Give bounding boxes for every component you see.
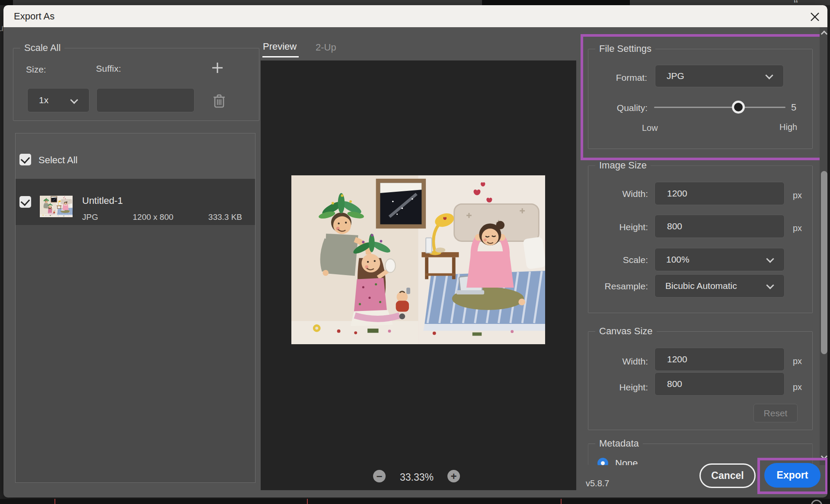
resample-dropdown[interactable]: Bicubic Automatic — [654, 274, 785, 298]
image-width-label: Width: — [591, 189, 648, 199]
image-scale-label: Scale: — [591, 255, 648, 265]
canvas-height-input[interactable] — [654, 372, 785, 396]
file-item-checkbox[interactable] — [19, 196, 31, 208]
scrollbar[interactable] — [820, 27, 827, 465]
select-all-label: Select All — [38, 155, 78, 166]
size-dropdown[interactable]: 1x — [27, 88, 89, 112]
file-item-name: Untitled-1 — [82, 195, 123, 206]
background-bottom-strip — [0, 499, 830, 504]
cancel-button-label: Cancel — [711, 470, 744, 482]
file-list-item[interactable]: Untitled-1 JPG 1200 x 800 333.3 KB — [16, 179, 255, 225]
canvas-width-label: Width: — [591, 356, 648, 367]
scale-all-legend: Scale All — [20, 42, 64, 54]
ruler-guide-tick — [54, 499, 55, 504]
metadata-none-radio[interactable] — [597, 458, 608, 465]
dialog-title: Export As — [14, 5, 54, 27]
select-all-checkbox[interactable] — [19, 154, 31, 165]
screen: “ u Export As Scale All Size: Suffix: 1x — [0, 0, 830, 504]
tab-2up[interactable]: 2-Up — [316, 42, 336, 53]
background-app-strip-dark — [482, 0, 630, 5]
file-settings-highlight — [581, 34, 824, 160]
canvas-height-unit: px — [793, 382, 802, 392]
preview-pane: − 33.33% + — [261, 60, 576, 490]
background-text-fragment: u — [0, 22, 3, 34]
close-icon[interactable] — [807, 9, 823, 25]
file-item-filesize: 333.3 KB — [177, 212, 242, 222]
export-as-dialog: Export As Scale All Size: Suffix: 1x — [3, 5, 827, 498]
metadata-none-label: None — [615, 458, 638, 465]
cancel-button[interactable]: Cancel — [699, 463, 756, 488]
image-height-label: Height: — [591, 222, 648, 232]
suffix-input[interactable] — [96, 88, 195, 112]
image-width-unit: px — [793, 190, 802, 200]
resample-value: Bicubic Automatic — [655, 281, 737, 291]
export-button-highlight — [757, 458, 827, 494]
minus-icon: − — [376, 470, 382, 482]
metadata-legend: Metadata — [595, 438, 643, 449]
canvas-width-unit: px — [793, 356, 802, 366]
chevron-down-icon — [70, 96, 78, 104]
select-all-row[interactable]: Select All — [16, 133, 255, 179]
add-scale-plus-icon[interactable] — [211, 61, 224, 74]
background-clock-icon — [811, 500, 822, 504]
chevron-down-icon — [766, 281, 774, 289]
plus-icon: + — [450, 470, 456, 482]
image-height-unit: px — [793, 223, 802, 233]
canvas-size-legend: Canvas Size — [595, 326, 657, 337]
resample-label: Resample: — [591, 281, 648, 292]
image-size-legend: Image Size — [595, 160, 651, 171]
background-app-strip — [0, 0, 830, 5]
dialog-titlebar: Export As — [3, 5, 827, 27]
zoom-out-button[interactable]: − — [373, 470, 386, 482]
canvas-width-input[interactable] — [654, 348, 785, 371]
image-width-input[interactable] — [654, 182, 785, 205]
size-label: Size: — [26, 64, 46, 75]
zoom-level: 33.33% — [390, 472, 443, 483]
file-list-panel: Select All Untitled-1 JPG 1200 x 800 333… — [15, 133, 255, 483]
size-dropdown-value: 1x — [28, 95, 48, 105]
scrollbar-thumb[interactable] — [821, 171, 827, 354]
tab-preview-underline — [262, 56, 299, 57]
ruler-guide-tick — [307, 499, 308, 504]
preview-image — [291, 175, 545, 344]
reset-button-label: Reset — [764, 408, 788, 418]
canvas-height-label: Height: — [591, 382, 648, 393]
metadata-clip: None — [594, 457, 689, 465]
file-item-dimensions: 1200 x 800 — [133, 212, 173, 222]
file-item-format: JPG — [82, 212, 98, 222]
file-item-thumbnail — [39, 195, 73, 218]
ruler-guide-tick — [561, 499, 562, 504]
suffix-label: Suffix: — [96, 63, 121, 74]
image-scale-value: 100% — [655, 254, 690, 265]
trash-icon[interactable] — [213, 93, 226, 108]
background-app-strip-dark-left — [0, 0, 13, 5]
version-text: v5.8.7 — [586, 479, 609, 488]
reset-button[interactable]: Reset — [753, 404, 798, 422]
image-height-input[interactable] — [654, 215, 785, 238]
zoom-in-button[interactable]: + — [447, 470, 460, 482]
image-scale-dropdown[interactable]: 100% — [654, 248, 785, 271]
tab-preview[interactable]: Preview — [263, 41, 297, 52]
chevron-down-icon — [766, 255, 774, 263]
scroll-up-icon[interactable] — [821, 31, 827, 38]
